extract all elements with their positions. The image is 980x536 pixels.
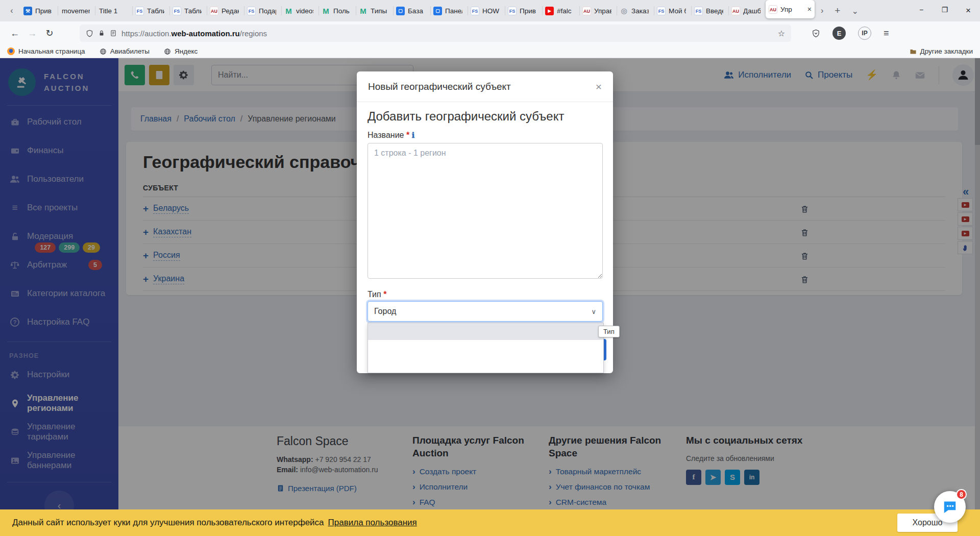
tab-favicon: FS bbox=[173, 7, 181, 15]
browser-tab[interactable]: ⚒ Прив bbox=[20, 0, 58, 21]
new-tab-button[interactable]: + bbox=[835, 5, 840, 16]
cookie-text: Данный сайт использует куки для улучшени… bbox=[12, 518, 324, 528]
list-tabs-icon[interactable]: ⌄ bbox=[851, 6, 858, 16]
back-button[interactable]: ← bbox=[6, 28, 23, 39]
url-text[interactable]: https://auction.web-automation.ru/region… bbox=[121, 29, 773, 38]
firefox-icon bbox=[7, 47, 15, 55]
bookmark-avia[interactable]: Авиабилеты bbox=[100, 47, 150, 55]
tab-favicon: AU bbox=[769, 5, 777, 14]
tab-favicon: AU bbox=[210, 7, 218, 15]
browser-tab[interactable]: ▢ База з bbox=[393, 0, 430, 21]
tab-title: Поль bbox=[333, 7, 351, 15]
dropdown-option[interactable] bbox=[368, 340, 603, 357]
tab-bar: ‹ ⚒ Прив movemen Title 1 FS Табли FS bbox=[0, 0, 980, 21]
browser-tab[interactable]: movemen bbox=[58, 0, 95, 21]
tab-favicon: ▢ bbox=[433, 7, 442, 15]
tab-scroll-left-icon[interactable]: ‹ bbox=[3, 6, 20, 15]
browser-tab[interactable]: AU Редак bbox=[207, 0, 244, 21]
browser-tab[interactable]: Title 1 bbox=[95, 0, 132, 21]
tab-title: Упр bbox=[780, 6, 805, 13]
tab-favicon: FS bbox=[135, 7, 144, 15]
type-select[interactable]: Город ∨ bbox=[368, 301, 603, 322]
tab-title: Управ bbox=[594, 7, 611, 15]
folder-icon bbox=[910, 48, 917, 55]
tab-title: Title 1 bbox=[99, 7, 127, 15]
tab-favicon: FS bbox=[471, 7, 479, 15]
region-name-textarea[interactable] bbox=[368, 143, 603, 279]
lock-icon[interactable] bbox=[98, 30, 105, 37]
browser-tab[interactable]: M Поль bbox=[318, 0, 356, 21]
reload-button[interactable]: ↻ bbox=[41, 28, 58, 39]
address-bar[interactable]: https://auction.web-automation.ru/region… bbox=[80, 25, 791, 42]
minimize-button[interactable]: − bbox=[910, 6, 933, 16]
browser-tab[interactable]: ▢ Панел bbox=[430, 0, 468, 21]
tab-title: База з bbox=[408, 7, 425, 15]
modal-title: Новый географический субъект bbox=[368, 81, 511, 92]
browser-tab[interactable]: AU Дашб bbox=[728, 0, 766, 21]
cookie-rules-link[interactable]: Правила пользования bbox=[328, 518, 417, 528]
chat-widget[interactable]: 8 bbox=[934, 491, 966, 523]
account-extension-icon[interactable]: E bbox=[832, 27, 846, 40]
bookmarks-bar: Начальная страница Авиабилеты Яндекс Дру… bbox=[0, 45, 980, 58]
browser-tab[interactable]: AU Управ bbox=[579, 0, 617, 21]
browser-tab[interactable]: M videos bbox=[281, 0, 318, 21]
pocket-icon[interactable] bbox=[812, 29, 820, 38]
browser-tab[interactable]: ▶ #falc bbox=[542, 0, 579, 21]
restore-button[interactable]: ❐ bbox=[933, 6, 957, 16]
tab-favicon: M bbox=[284, 7, 293, 15]
tab-favicon: FS bbox=[247, 7, 256, 15]
globe-icon bbox=[164, 48, 171, 55]
tab-title: Типы bbox=[371, 7, 388, 15]
tab-title: Введе bbox=[706, 7, 723, 15]
modal-close-icon[interactable]: × bbox=[596, 81, 602, 93]
browser-tab[interactable]: FS Подар bbox=[244, 0, 281, 21]
browser-navbar: ← → ↻ https://auction.web-automation.ru/… bbox=[0, 21, 980, 45]
globe-icon bbox=[100, 48, 107, 55]
ip-extension-icon[interactable]: IP bbox=[858, 27, 871, 40]
chat-icon bbox=[942, 499, 958, 515]
tab-scroll-right-icon[interactable]: › bbox=[821, 6, 823, 15]
tab-title: Мой б bbox=[669, 7, 686, 15]
browser-tab[interactable]: AU Упр × bbox=[766, 0, 815, 18]
tab-list: ⚒ Прив movemen Title 1 FS Табли FS Табли bbox=[20, 0, 815, 21]
tab-favicon: FS bbox=[508, 7, 517, 15]
other-bookmarks[interactable]: Другие закладки bbox=[910, 47, 973, 55]
type-select-value: Город bbox=[374, 307, 396, 316]
tab-title: Панел bbox=[445, 7, 462, 15]
browser-tab[interactable]: FS Табли bbox=[132, 0, 169, 21]
tab-title: Редак bbox=[222, 7, 239, 15]
tab-close-icon[interactable]: × bbox=[807, 5, 812, 13]
browser-tab[interactable]: M Типы bbox=[356, 0, 393, 21]
tab-favicon: ▢ bbox=[396, 7, 405, 15]
browser-tab[interactable]: FS Табли bbox=[169, 0, 207, 21]
chat-unread-badge: 8 bbox=[956, 489, 967, 500]
tab-title: Прив bbox=[35, 7, 53, 15]
window-controls: − ❐ × bbox=[910, 6, 980, 16]
tab-favicon: M bbox=[359, 7, 368, 15]
bookmark-yandex[interactable]: Яндекс bbox=[164, 47, 198, 55]
bookmark-star-icon[interactable]: ☆ bbox=[778, 29, 785, 38]
bookmark-home[interactable]: Начальная страница bbox=[7, 47, 85, 55]
browser-tab[interactable]: ◎ Заказ bbox=[617, 0, 654, 21]
forward-button[interactable]: → bbox=[23, 28, 41, 39]
browser-tab[interactable]: FS Мой б bbox=[654, 0, 691, 21]
menu-icon[interactable]: ≡ bbox=[884, 28, 889, 39]
type-label: Тип * bbox=[368, 290, 386, 299]
browser-tab[interactable]: FS HOW bbox=[468, 0, 505, 21]
tab-title: Дашб bbox=[743, 7, 761, 15]
browser-tab[interactable]: FS Введе bbox=[691, 0, 728, 21]
tracking-shield-icon[interactable] bbox=[86, 30, 93, 37]
tab-favicon: M bbox=[322, 7, 330, 15]
close-button[interactable]: × bbox=[957, 6, 980, 16]
browser-tab[interactable]: FS Прив bbox=[505, 0, 542, 21]
tab-favicon: ⚒ bbox=[23, 7, 32, 15]
page-actions-icon[interactable] bbox=[110, 30, 117, 37]
tab-title: Заказ bbox=[631, 7, 649, 15]
browser-chrome: ‹ ⚒ Прив movemen Title 1 FS Табли FS bbox=[0, 0, 980, 58]
tab-favicon: ▶ bbox=[545, 7, 554, 15]
dropdown-option[interactable] bbox=[368, 323, 603, 340]
modal-heading: Добавить географический субъект bbox=[368, 109, 564, 124]
info-icon[interactable]: ℹ bbox=[412, 131, 415, 139]
required-asterisk: * bbox=[383, 290, 386, 299]
dropdown-option[interactable] bbox=[368, 357, 603, 373]
